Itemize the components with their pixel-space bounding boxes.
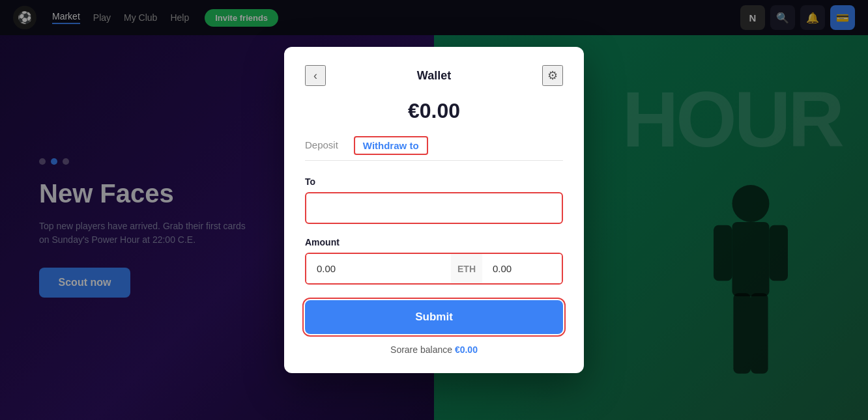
tab-withdraw[interactable]: Withdraw to (354, 136, 428, 155)
amount-row: ETH € (305, 253, 563, 285)
modal-footer: Sorare balance €0.00 (305, 344, 563, 355)
wallet-balance: €0.00 (305, 99, 563, 123)
settings-button[interactable]: ⚙ (542, 65, 563, 86)
sorare-balance-label: Sorare balance (390, 344, 452, 355)
to-label: To (305, 176, 563, 187)
tab-deposit[interactable]: Deposit (305, 139, 338, 158)
modal-header: ‹ Wallet ⚙ (305, 65, 563, 86)
eur-amount-input[interactable] (482, 254, 563, 283)
to-field-group: To (305, 176, 563, 224)
amount-field-group: Amount ETH € (305, 237, 563, 285)
to-input[interactable] (305, 192, 563, 224)
eth-currency-label: ETH (451, 254, 482, 283)
eth-amount-input[interactable] (306, 254, 451, 283)
amount-label: Amount (305, 237, 563, 247)
modal-title: Wallet (417, 69, 451, 83)
sorare-balance-value: €0.00 (455, 344, 478, 355)
wallet-tabs: Deposit Withdraw to (305, 136, 563, 161)
submit-button[interactable]: Submit (305, 300, 563, 334)
wallet-modal: ‹ Wallet ⚙ €0.00 Deposit Withdraw to To … (284, 47, 584, 373)
back-button[interactable]: ‹ (305, 65, 326, 86)
modal-overlay[interactable]: ‹ Wallet ⚙ €0.00 Deposit Withdraw to To … (0, 0, 868, 420)
